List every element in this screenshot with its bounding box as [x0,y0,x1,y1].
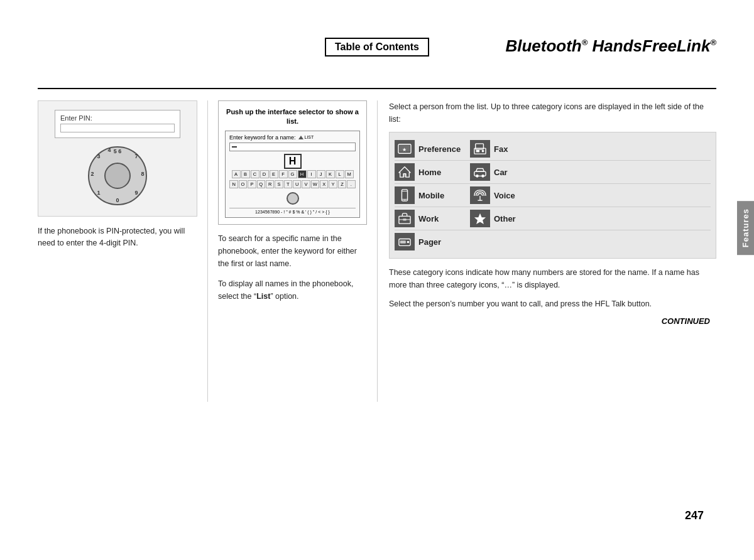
svg-marker-21 [476,169,484,172]
pager-label: Pager [418,237,441,247]
page: Table of Contents Bluetooth® HandsFreeLi… [0,0,754,560]
key-F: F [279,170,288,178]
h-key: H [284,154,302,169]
col-mid-text2: To display all names in the phonebook, s… [218,277,367,303]
svg-text:0: 0 [116,197,119,203]
category-work: Work [395,210,470,227]
svg-point-36 [407,241,410,244]
svg-rect-19 [403,174,406,177]
car-label: Car [494,168,508,177]
key-S: S [275,180,283,188]
num-row: 1234567890 - ! " # $ % & ' ( ) " / < > {… [229,208,356,214]
key-G: G [288,170,297,178]
key-M: M [345,170,354,178]
key-A: A [232,170,241,178]
key-J: J [317,170,325,178]
key-L: L [336,170,344,178]
key-V: V [302,180,310,188]
key-E: E [270,170,278,178]
col-right-text-select: Select the person’s number you want to c… [389,298,716,310]
header-divider [38,88,716,89]
category-fax: Fax [470,140,545,158]
continued-label: CONTINUED [389,316,716,326]
col-mid-text1: To search for a specific name in the pho… [218,232,367,270]
voice-icon [470,186,490,204]
category-row-5: Pager [395,230,711,253]
key-T: T [284,180,292,188]
key-I: I [307,170,316,178]
key-O: O [239,180,247,188]
fax-label: Fax [494,144,508,154]
category-mobile: Mobile [395,186,470,204]
voice-label: Voice [494,191,515,200]
key-N: N [229,180,238,188]
col-left: Enter PIN: 5 6 7 8 9 0 1 2 [38,100,207,402]
col-right-text-icons: These category icons indicate how many n… [389,266,716,291]
category-other: Other [470,210,545,227]
col-left-body: If the phonebook is PIN-protected, you w… [38,225,197,249]
category-row-3: Mobile Voice [395,184,711,207]
key-H: H [298,170,307,178]
category-home: Home [395,163,470,181]
key-U: U [293,180,301,188]
svg-rect-32 [403,218,406,221]
toc-link[interactable]: Table of Contents [325,38,429,57]
other-icon [470,210,490,227]
svg-marker-33 [474,213,486,224]
mobile-icon [395,186,415,204]
pager-icon [395,233,415,250]
car-icon [470,163,490,181]
keyword-screen-label: Enter keyword for a name: LIST [229,134,356,141]
page-number: 247 [685,509,704,522]
main-content: Enter PIN: 5 6 7 8 9 0 1 2 [38,100,716,402]
features-tab: Features [737,201,754,255]
scroll-knob [287,192,299,205]
svg-text:9: 9 [134,190,138,196]
svg-text:4: 4 [107,147,111,153]
home-label: Home [418,168,441,177]
other-label: Other [494,214,516,223]
key-C: C [251,170,260,178]
keyword-screen: Enter keyword for a name: LIST H A [225,131,360,218]
fax-icon [470,140,490,158]
col-right: Select a person from the list. Up to thr… [377,100,716,402]
key-Y: Y [329,180,337,188]
mobile-label: Mobile [418,191,444,200]
svg-rect-27 [403,200,406,200]
home-icon [395,163,415,181]
keyboard-row-1: A B C D E F G H I J K L M [229,170,356,179]
category-preference: ★ Preference [395,140,470,158]
key-P: P [248,180,256,188]
preference-label: Preference [418,144,461,154]
svg-text:5 6: 5 6 [114,148,122,154]
svg-point-23 [481,175,484,178]
key-X: X [320,180,328,188]
dial-graphic: 5 6 7 8 9 0 1 2 3 4 [86,144,149,207]
pin-screen-label: Enter PIN: [60,114,175,122]
header: Table of Contents Bluetooth® HandsFreeLi… [38,0,716,89]
svg-text:8: 8 [141,171,144,177]
keyboard-row-2: N O P Q R S T U V W X Y Z . [229,180,356,189]
key-W: W [311,180,319,188]
pin-screen: Enter PIN: [55,110,180,138]
pin-input-field [60,124,175,132]
svg-point-17 [482,150,484,153]
svg-text:1: 1 [97,190,100,196]
category-car: Car [470,163,545,181]
category-voice: Voice [470,186,545,204]
key-K: K [326,170,335,178]
category-pager: Pager [395,233,470,250]
key-Q: Q [257,180,265,188]
category-row-1: ★ Preference [395,137,711,161]
preference-icon: ★ [395,140,415,158]
category-grid: ★ Preference [389,132,716,259]
keyword-input-row [229,143,356,151]
col-right-intro: Select a person from the list. Up to thr… [389,100,716,126]
svg-rect-16 [476,150,479,153]
col-mid: Push up the interface selector to show a… [207,100,377,402]
svg-text:2: 2 [90,171,94,177]
key-B: B [241,170,250,178]
svg-text:3: 3 [97,153,100,159]
key-dot: . [347,180,355,188]
key-Z: Z [338,180,346,188]
